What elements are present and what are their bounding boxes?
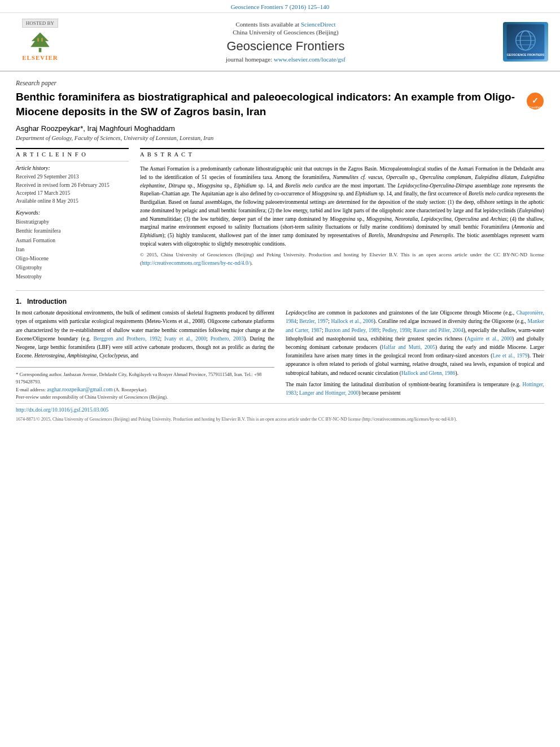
hosted-by-badge: HOSTED BY xyxy=(22,19,58,28)
elsevier-text: ELSEVIER xyxy=(22,54,58,61)
keyword-3: Asmari Formation xyxy=(16,236,129,245)
crossmark-icon: ✓ CrossMark xyxy=(526,92,544,110)
keyword-1: Biostratigraphy xyxy=(16,217,129,226)
ref-buxton[interactable]: Buxton and Pedley, 1989 xyxy=(325,327,379,333)
received-date: Received 29 September 2013 xyxy=(16,173,129,181)
svg-rect-0 xyxy=(39,48,42,53)
intro-right-text: Lepidocyclina are common in packstones a… xyxy=(286,309,544,397)
keyword-4: Iran xyxy=(16,245,129,254)
contents-line: Contents lists available at ScienceDirec… xyxy=(88,21,483,28)
section-divider xyxy=(16,290,544,291)
intro-right-para2: The main factor limiting the latitudinal… xyxy=(286,381,544,397)
sciencedirect-link[interactable]: ScienceDirect xyxy=(301,21,336,28)
article-title: Benthic foraminifera as biostratigraphic… xyxy=(16,90,520,119)
authors: Asghar Roozpeykar*, Iraj Maghfouri Mogha… xyxy=(16,124,544,133)
article-info-col: A R T I C L E I N F O Article history: R… xyxy=(16,148,129,281)
ref-hallock1986[interactable]: Hallock and Glenn, 1986 xyxy=(401,370,456,376)
ref-langer[interactable]: Langer and Hottinger, 2000 xyxy=(299,390,358,396)
journal-homepage: journal homepage: www.elsevier.com/locat… xyxy=(88,56,483,63)
keyword-2: Benthic foraminifera xyxy=(16,226,129,235)
header-section: HOSTED BY ELSEVIER Contents lists availa… xyxy=(0,13,560,72)
header-center: Contents lists available at ScienceDirec… xyxy=(77,19,495,65)
intro-right: Lepidocyclina are common in packstones a… xyxy=(286,309,544,401)
elsevier-logo: ELSEVIER xyxy=(15,30,65,61)
intro-left-text: In most carbonate depositional environme… xyxy=(16,309,274,360)
ref-aguirre[interactable]: Aguirre et al., 2000 xyxy=(467,336,512,342)
svg-text:GEOSCIENCE FRONTIERS: GEOSCIENCE FRONTIERS xyxy=(507,53,545,56)
ref-prothero[interactable]: Prothero, 2003 xyxy=(211,336,244,342)
header-right: GEOSCIENCE FRONTIERS xyxy=(500,19,551,65)
available-date: Available online 8 May 2015 xyxy=(16,197,129,205)
abstract-col: A B S T R A C T The Asmari Formation is … xyxy=(140,148,544,281)
journal-name-header: Geoscience Frontiers xyxy=(88,39,483,54)
ref-lee[interactable]: Lee et al., 1979 xyxy=(492,353,527,359)
keyword-7: Mesotrophy xyxy=(16,272,129,281)
ref-betzler[interactable]: Betzler, 1997 xyxy=(299,318,328,324)
keyword-6: Oligotrophy xyxy=(16,263,129,272)
footnote-peer-review: Peer-review under responsibility of Chin… xyxy=(16,394,274,401)
intro-heading: 1. Introduction xyxy=(16,298,544,305)
homepage-link[interactable]: www.elsevier.com/locate/gsf xyxy=(274,56,345,63)
intro-right-para1: Lepidocyclina are common in packstones a… xyxy=(286,309,544,378)
footnote-email: E-mail address: asghar.roozpeikar@gmail.… xyxy=(16,386,274,394)
abstract-header: A B S T R A C T xyxy=(140,149,544,161)
doi-link[interactable]: http://dx.doi.org/10.1016/j.gsf.2015.03.… xyxy=(16,407,108,413)
svg-rect-2 xyxy=(37,38,38,41)
journal-bar: Geoscience Frontiers 7 (2016) 125–140 xyxy=(0,0,560,13)
elsevier-tree-icon xyxy=(26,32,54,53)
abstract-text: The Asmari Formation is a predominantly … xyxy=(140,165,544,267)
footnote-corresponding: * Corresponding author. Janbazan Avenue,… xyxy=(16,371,274,386)
bottom-license-text: 1674-8871/© 2015, China University of Ge… xyxy=(16,416,544,423)
email-link[interactable]: asghar.roozpeikar@gmail.com xyxy=(47,387,112,392)
abstract-paragraph1: The Asmari Formation is a predominantly … xyxy=(140,165,544,248)
ref-pedley[interactable]: Pedley, 1998 xyxy=(382,327,410,333)
article-type-label: Research paper xyxy=(16,80,544,86)
intro-para1: In most carbonate depositional environme… xyxy=(16,309,274,360)
svg-rect-3 xyxy=(41,38,42,41)
ref-rasser[interactable]: Rasser and Piller, 2004 xyxy=(413,327,463,333)
cc-license-link1[interactable]: http://creativecommons.org/licenses/by-n… xyxy=(142,260,250,266)
gf-logo: GEOSCIENCE FRONTIERS xyxy=(503,22,548,62)
svg-marker-1 xyxy=(30,33,49,47)
accepted-date: Accepted 17 March 2015 xyxy=(16,189,129,197)
ref-halfar[interactable]: Halfar and Mutti, 2005 xyxy=(382,344,435,350)
svg-text:✓: ✓ xyxy=(532,96,539,105)
info-abstract-section: A R T I C L E I N F O Article history: R… xyxy=(16,148,544,281)
keywords-section: Keywords: Biostratigraphy Benthic forami… xyxy=(16,209,129,281)
journal-citation: Geoscience Frontiers 7 (2016) 125–140 xyxy=(231,3,330,10)
main-content: Research paper Benthic foraminifera as b… xyxy=(0,72,560,431)
china-uni-line: China University of Geosciences (Beijing… xyxy=(88,29,483,36)
svg-text:CrossMark: CrossMark xyxy=(529,106,542,109)
received-revised: Received in revised form 26 February 201… xyxy=(16,181,129,189)
affiliation: Department of Geology, Faculty of Scienc… xyxy=(16,135,544,141)
bottom-license-area: http://dx.doi.org/10.1016/j.gsf.2015.03.… xyxy=(16,403,544,423)
doi-link-line: http://dx.doi.org/10.1016/j.gsf.2015.03.… xyxy=(16,406,544,414)
keyword-5: Oligo-Miocene xyxy=(16,254,129,263)
header-left: HOSTED BY ELSEVIER xyxy=(9,19,71,65)
page-container: Geoscience Frontiers 7 (2016) 125–140 HO… xyxy=(0,0,560,431)
abstract-copyright: © 2015, China University of Geosciences … xyxy=(140,251,544,267)
intro-section: In most carbonate depositional environme… xyxy=(16,309,544,401)
intro-left: In most carbonate depositional environme… xyxy=(16,309,274,401)
ref-ivany[interactable]: Ivany et al., 2000 xyxy=(164,336,206,342)
keywords-title: Keywords: xyxy=(16,209,129,216)
title-crossmark-container: Benthic foraminifera as biostratigraphic… xyxy=(16,90,544,124)
history-title: Article history: xyxy=(16,165,129,171)
footnote-area: * Corresponding author. Janbazan Avenue,… xyxy=(16,367,274,401)
gf-logo-graphic: GEOSCIENCE FRONTIERS xyxy=(506,24,545,59)
article-info-header: A R T I C L E I N F O xyxy=(16,149,129,161)
ref-hallock2006[interactable]: Hallock et al., 2006 xyxy=(331,318,373,324)
ref-berggren[interactable]: Berggren and Prothero, 1992 xyxy=(93,336,160,342)
